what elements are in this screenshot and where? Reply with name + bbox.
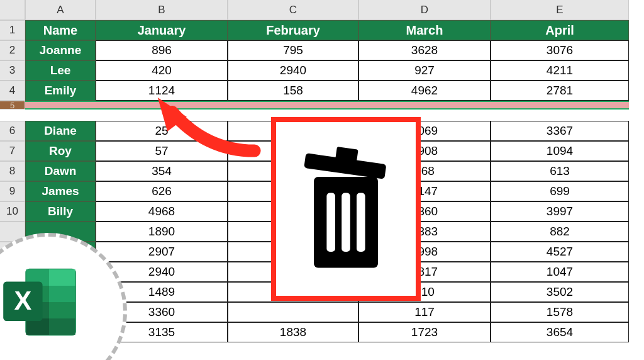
- row-header-5[interactable]: 5: [0, 101, 25, 110]
- row-header-6[interactable]: 6: [0, 121, 25, 141]
- cell-b7[interactable]: 57: [96, 141, 228, 161]
- cell-a4[interactable]: Emily: [25, 81, 96, 101]
- cell-e9[interactable]: 699: [491, 181, 629, 201]
- cell-a8[interactable]: Dawn: [25, 161, 96, 181]
- cell-e8[interactable]: 613: [491, 161, 629, 181]
- svg-rect-1: [326, 193, 335, 252]
- col-header-a[interactable]: A: [25, 0, 96, 20]
- svg-text:X: X: [14, 286, 31, 315]
- cell-e2[interactable]: 3076: [491, 40, 629, 60]
- cell-e4[interactable]: 2781: [491, 81, 629, 101]
- cell-e15[interactable]: 1578: [491, 302, 629, 322]
- row-header-3[interactable]: 3: [0, 60, 25, 81]
- cell-a10[interactable]: Billy: [25, 201, 96, 222]
- cell-e12[interactable]: 4527: [491, 242, 629, 262]
- cell-b4[interactable]: 1124: [96, 81, 228, 101]
- row-header-9[interactable]: 9: [0, 181, 25, 201]
- cell-b2[interactable]: 896: [96, 40, 228, 60]
- cell-b3[interactable]: 420: [96, 60, 228, 81]
- cell-d16[interactable]: 1723: [358, 322, 491, 342]
- header-feb[interactable]: February: [228, 20, 358, 40]
- row-header-8[interactable]: 8: [0, 161, 25, 181]
- svg-rect-13: [49, 302, 75, 318]
- svg-rect-9: [49, 269, 75, 286]
- cell-e10[interactable]: 3997: [491, 201, 629, 222]
- cell-d4[interactable]: 4962: [358, 81, 491, 101]
- cell-a3[interactable]: Lee: [25, 60, 96, 81]
- cell-a9[interactable]: James: [25, 181, 96, 201]
- cell-b6[interactable]: 25: [96, 121, 228, 141]
- cell-e14[interactable]: 3502: [491, 282, 629, 302]
- col-header-c[interactable]: C: [228, 0, 358, 20]
- cell-c3[interactable]: 2940: [228, 60, 358, 81]
- cell-d15[interactable]: 117: [358, 302, 491, 322]
- cell-b10[interactable]: 4968: [96, 201, 228, 222]
- cell-d3[interactable]: 927: [358, 60, 491, 81]
- cell-d2[interactable]: 3628: [358, 40, 491, 60]
- cell-b9[interactable]: 626: [96, 181, 228, 201]
- header-mar[interactable]: March: [358, 20, 491, 40]
- cell-e7[interactable]: 1094: [491, 141, 629, 161]
- cell-c4[interactable]: 158: [228, 81, 358, 101]
- header-apr[interactable]: April: [491, 20, 629, 40]
- cell-e13[interactable]: 1047: [491, 262, 629, 282]
- header-jan[interactable]: January: [96, 20, 228, 40]
- trash-icon: [292, 137, 399, 281]
- cell-b8[interactable]: 354: [96, 161, 228, 181]
- delete-overlay-card: [271, 117, 421, 301]
- row-header-4[interactable]: 4: [0, 81, 25, 101]
- col-header-e[interactable]: E: [491, 0, 629, 20]
- col-header-b[interactable]: B: [96, 0, 228, 20]
- blank-row-highlight[interactable]: [25, 101, 629, 110]
- select-all-corner[interactable]: [0, 0, 25, 20]
- cell-e3[interactable]: 4211: [491, 60, 629, 81]
- cell-c2[interactable]: 795: [228, 40, 358, 60]
- header-name[interactable]: Name: [25, 20, 96, 40]
- row-header-10[interactable]: 10: [0, 201, 25, 222]
- excel-icon: X: [0, 264, 82, 340]
- svg-rect-15: [49, 318, 75, 335]
- cell-e16[interactable]: 3654: [491, 322, 629, 342]
- svg-rect-3: [357, 193, 365, 252]
- col-header-d[interactable]: D: [358, 0, 491, 20]
- cell-a2[interactable]: Joanne: [25, 40, 96, 60]
- cell-b11[interactable]: 1890: [96, 222, 228, 242]
- cell-c16[interactable]: 1838: [228, 322, 358, 342]
- row-header-7[interactable]: 7: [0, 141, 25, 161]
- cell-a6[interactable]: Diane: [25, 121, 96, 141]
- row-header-1[interactable]: 1: [0, 20, 25, 40]
- svg-rect-11: [49, 286, 75, 302]
- cell-b12[interactable]: 2907: [96, 242, 228, 262]
- cell-e6[interactable]: 3367: [491, 121, 629, 141]
- cell-a7[interactable]: Roy: [25, 141, 96, 161]
- cell-c15[interactable]: [228, 302, 358, 322]
- cell-e11[interactable]: 882: [491, 222, 629, 242]
- svg-rect-2: [341, 193, 350, 252]
- row-header-2[interactable]: 2: [0, 40, 25, 60]
